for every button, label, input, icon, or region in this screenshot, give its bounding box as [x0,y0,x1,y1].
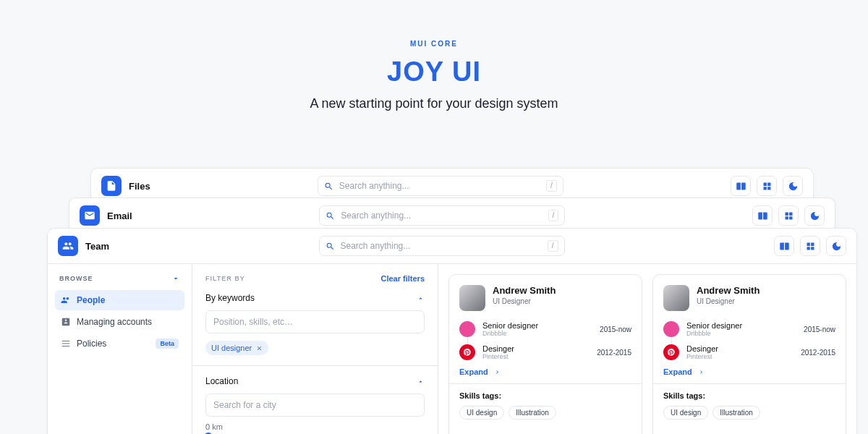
search-kbd: / [546,180,557,192]
account-icon [61,317,71,327]
skill-tag[interactable]: UI design [663,406,708,420]
profile-card: Andrew Smith UI Designer Senior designer… [652,274,846,434]
search-kbd: / [548,210,559,221]
grid-button[interactable] [778,205,799,226]
filter-chip[interactable]: UI designer [205,341,268,355]
policies-icon [61,339,71,349]
location-input[interactable]: Search for a city [205,393,425,417]
chevron-right-icon [698,369,705,375]
window-team: Team Search anything... / BROWSE [47,228,857,434]
skill-tag[interactable]: UI design [459,406,504,420]
beta-badge: Beta [156,339,179,349]
skills-heading: Skills tags: [663,391,835,400]
email-title: Email [107,210,132,221]
window-stack: Files Search anything... / Email Search … [0,145,868,434]
sidebar-item-label: People [77,295,105,305]
team-icon [58,236,78,256]
search-placeholder: Search anything... [339,181,540,191]
grid-button[interactable] [800,236,820,256]
close-icon[interactable] [256,345,263,352]
book-button[interactable] [774,236,794,256]
filter-section-location[interactable]: Location [205,376,425,386]
search-placeholder: Search anything... [341,241,542,251]
skill-tag[interactable]: Illustration [712,406,760,420]
sidebar-item-accounts[interactable]: Managing accounts [55,312,184,332]
clear-filters-button[interactable]: Clear filters [380,274,425,283]
chevron-up-icon [417,378,425,386]
filter-heading: FILTER BY [205,275,245,282]
sidebar-item-policies[interactable]: Policies Beta [55,333,184,354]
expand-button[interactable]: Expand [459,367,631,376]
results: Andrew Smith UI Designer Senior designer… [438,264,856,434]
profile-name: Andrew Smith [493,285,556,296]
search-icon [324,182,333,191]
sidebar-item-people[interactable]: People [55,290,184,310]
dribbble-icon [663,321,679,337]
filter-panel: FILTER BY Clear filters By keywords Posi… [192,264,438,434]
book-button[interactable] [731,176,751,196]
search-placeholder: Search anything... [341,210,542,221]
topbar-team: Team Search anything... / [48,229,856,264]
sidebar-item-label: Policies [77,339,106,349]
profile-role: UI Designer [493,297,556,305]
search-files[interactable]: Search anything... / [318,176,563,196]
files-icon [101,176,122,196]
slider-label: 0 km [205,422,425,431]
expand-button[interactable]: Expand [663,367,835,376]
pinterest-icon [663,344,679,360]
hero: MUI CORE JOY UI A new starting point for… [0,0,868,111]
search-email[interactable]: Search anything... / [319,205,565,226]
pinterest-icon [459,344,475,360]
search-team[interactable]: Search anything... / [319,236,565,256]
search-icon [326,242,335,251]
skill-tag[interactable]: Illustration [509,406,556,420]
profile-card: Andrew Smith UI Designer Senior designer… [448,274,642,434]
hero-title: JOY UI [0,56,868,88]
profile-role: UI Designer [697,297,760,305]
sidebar-item-label: Managing accounts [77,317,152,327]
profile-name: Andrew Smith [697,285,760,296]
filter-section-keywords[interactable]: By keywords [205,293,425,303]
avatar [663,285,689,311]
team-title: Team [85,241,109,252]
avatar [459,285,485,311]
book-button[interactable] [752,205,773,226]
search-icon [326,211,335,221]
chevron-up-icon [417,294,425,302]
hero-subtitle: A new starting point for your design sys… [0,96,868,111]
email-icon [80,205,100,226]
search-kbd: / [548,240,558,252]
sidebar-heading[interactable]: BROWSE [55,274,184,283]
theme-button[interactable] [826,236,846,256]
hero-kicker: MUI CORE [0,40,868,48]
chevron-down-icon [171,274,180,283]
keywords-input[interactable]: Position, skills, etc… [205,310,425,333]
sidebar: BROWSE People Managing accounts Policies… [48,264,192,434]
people-icon [61,295,71,305]
dribbble-icon [459,321,475,337]
chevron-right-icon [494,369,501,375]
skills-heading: Skills tags: [459,391,631,400]
files-title: Files [129,181,150,192]
theme-button[interactable] [783,176,803,196]
grid-button[interactable] [757,176,777,196]
theme-button[interactable] [804,205,825,226]
